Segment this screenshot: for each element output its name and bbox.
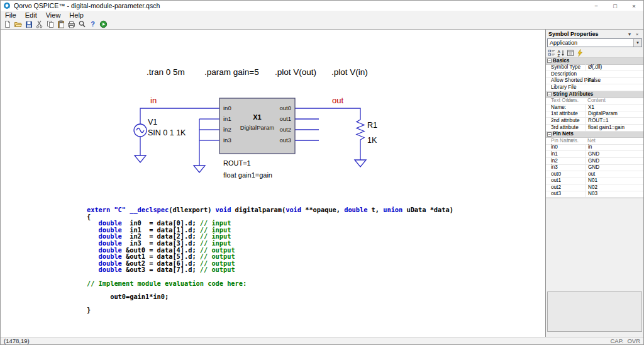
property-value[interactable]: N01: [586, 178, 643, 184]
caps-indicator: CAP.: [610, 337, 623, 344]
r1-value[interactable]: 1K: [367, 136, 377, 145]
property-row-1st-attribute[interactable]: 1st attributeDigitalParam: [546, 111, 643, 118]
property-row-library-file[interactable]: Library File: [546, 84, 643, 91]
property-subheader: Text OrderInvis.Content: [546, 98, 643, 105]
code-block[interactable]: extern "C" __declspec(dllexport) void di…: [87, 206, 453, 314]
directive-plot-out[interactable]: .plot V(out): [275, 67, 316, 77]
property-pages-icon[interactable]: [567, 49, 574, 57]
property-value[interactable]: out: [586, 171, 643, 178]
property-value[interactable]: DigitalParam: [586, 111, 643, 117]
x1-attr-gain[interactable]: float gain1=gain: [223, 171, 272, 179]
property-row-allow-shorted-pins[interactable]: Allow Shorted PinsFalse: [546, 78, 643, 85]
property-section-basics[interactable]: −Basics: [546, 58, 643, 65]
property-value[interactable]: ROUT=1: [586, 118, 643, 124]
property-row-out0[interactable]: out0out: [546, 171, 643, 178]
property-value[interactable]: False: [586, 77, 643, 84]
subheader-col: Pin Name: [546, 138, 567, 144]
property-row-in1[interactable]: in1GND: [546, 151, 643, 158]
property-name: 3rd attribute: [546, 125, 586, 131]
new-file-icon[interactable]: [3, 20, 12, 29]
property-section-string-attributes[interactable]: −String Attributes: [546, 91, 643, 98]
code-line: [87, 300, 453, 307]
property-row-out1[interactable]: out1N01: [546, 178, 643, 185]
pin-in1: in1: [223, 115, 231, 122]
chevron-down-icon[interactable]: ▾: [626, 31, 633, 37]
open-folder-icon[interactable]: [13, 20, 23, 29]
property-row-out3[interactable]: out3N03: [546, 191, 643, 198]
property-name: in3: [546, 164, 586, 171]
copy-icon[interactable]: [45, 20, 55, 29]
print-icon[interactable]: [67, 20, 76, 29]
directive-param[interactable]: .param gain=5: [204, 67, 259, 77]
property-name: Name:: [546, 105, 586, 111]
application-selector[interactable]: Application ▼: [547, 38, 642, 47]
main-area: .tran 0 5m .param gain=5 .plot V(out) .p…: [1, 30, 643, 337]
property-name: Allow Shorted Pins: [546, 77, 586, 84]
directive-tran[interactable]: .tran 0 5m: [147, 67, 185, 77]
property-section-pin-nets[interactable]: −Pin Nets: [546, 132, 643, 139]
subheader-col: Text Order: [546, 98, 567, 104]
x1-refdes: X1: [253, 113, 261, 121]
r1-refdes[interactable]: R1: [367, 121, 377, 130]
categorized-icon[interactable]: [548, 49, 555, 57]
resistor-r1[interactable]: [357, 117, 364, 145]
symbol-x1[interactable]: in0 in1 in2 in3 out0 out1 out2 out3 X1 D…: [219, 98, 295, 154]
help-icon[interactable]: ?: [88, 20, 97, 29]
v1-value[interactable]: SIN 0 1 1K: [148, 128, 186, 137]
property-value[interactable]: GND: [586, 151, 643, 157]
maximize-button[interactable]: □: [606, 1, 625, 11]
schematic-editor[interactable]: .tran 0 5m .param gain=5 .plot V(out) .p…: [1, 30, 545, 337]
cut-icon[interactable]: [35, 20, 44, 29]
collapse-icon[interactable]: −: [547, 59, 552, 63]
property-grid: −BasicsSymbol TypeØ(.dll)DescriptionAllo…: [546, 57, 643, 198]
collapse-icon[interactable]: −: [547, 132, 552, 137]
property-value[interactable]: in: [586, 144, 643, 150]
property-value[interactable]: GND: [586, 164, 643, 171]
property-row-in0[interactable]: in0in: [546, 145, 643, 152]
property-value[interactable]: X1: [586, 105, 643, 111]
property-value[interactable]: N03: [586, 191, 643, 197]
close-button[interactable]: ×: [625, 1, 643, 11]
panel-toolbar: AZ: [546, 47, 643, 57]
menu-edit[interactable]: Edit: [21, 11, 42, 19]
property-row-description[interactable]: Description: [546, 71, 643, 78]
paste-icon[interactable]: [56, 20, 65, 29]
pin-out0: out0: [280, 105, 292, 111]
cursor-coordinates: (1478,19): [4, 337, 30, 344]
property-row-symbol-type[interactable]: Symbol TypeØ(.dll): [546, 65, 643, 72]
property-row-in2[interactable]: in2GND: [546, 158, 643, 165]
run-icon[interactable]: [99, 20, 108, 29]
minimize-button[interactable]: −: [587, 1, 606, 11]
collapse-icon[interactable]: −: [547, 92, 552, 96]
directive-plot-in[interactable]: .plot V(in): [331, 67, 368, 77]
zoom-icon[interactable]: [77, 20, 87, 29]
net-label-out[interactable]: out: [332, 96, 343, 105]
symbol-properties-panel: Symbol Properties ▾ × Application ▼ AZ −…: [545, 30, 643, 337]
app-window: Qorvo QSPICE™ - digital-module-parameter…: [0, 0, 644, 345]
panel-close-icon[interactable]: ×: [633, 31, 641, 37]
net-label-in[interactable]: in: [150, 96, 157, 105]
save-icon[interactable]: [24, 20, 33, 29]
menu-help[interactable]: Help: [65, 11, 88, 19]
application-selector-value: Application: [548, 40, 633, 46]
property-row-out2[interactable]: out2N02: [546, 184, 643, 191]
x1-attr-rout[interactable]: ROUT=1: [223, 159, 251, 167]
pin-in3: in3: [223, 137, 231, 144]
menu-file[interactable]: File: [1, 11, 21, 19]
v1-refdes[interactable]: V1: [148, 118, 157, 127]
property-row-3rd-attribute[interactable]: 3rd attributefloat gain1=gain: [546, 125, 643, 132]
property-value[interactable]: GND: [586, 158, 643, 164]
code-line: }: [87, 307, 453, 314]
sort-alphabetical-icon[interactable]: AZ: [557, 49, 565, 57]
property-row-in3[interactable]: in3GND: [546, 165, 643, 172]
property-value[interactable]: float gain1=gain: [586, 125, 643, 131]
status-bar: (1478,19) CAP. OVR: [1, 337, 643, 344]
events-icon[interactable]: [576, 49, 584, 57]
property-row-name-[interactable]: Name:X1: [546, 105, 643, 111]
property-value[interactable]: N02: [586, 184, 643, 191]
menu-view[interactable]: View: [42, 11, 65, 19]
property-value[interactable]: Ø(.dll): [586, 64, 643, 71]
combo-dropdown-icon[interactable]: ▼: [633, 39, 641, 47]
voltage-source-v1[interactable]: [134, 124, 147, 137]
property-row-2nd-attribute[interactable]: 2nd attributeROUT=1: [546, 118, 643, 125]
